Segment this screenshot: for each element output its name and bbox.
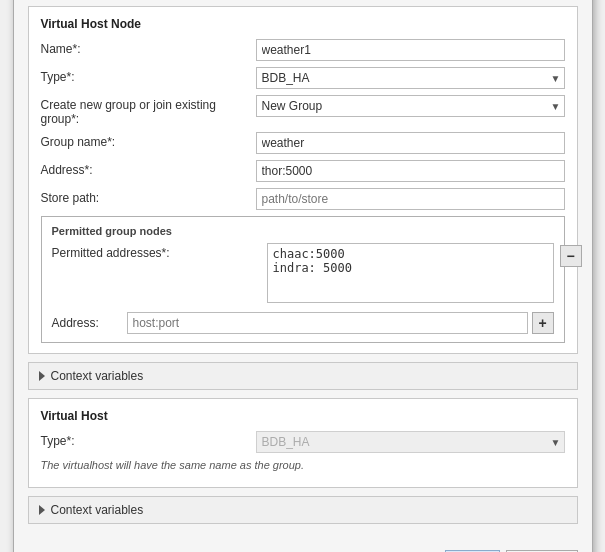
permitted-addresses-textarea[interactable]: chaac:5000 indra: 5000 <box>267 243 554 303</box>
virtual-host-section: Virtual Host Type*: BDB_HA ▼ The virtual… <box>28 398 578 488</box>
type-row: Type*: BDB_HA BDB Memory ▼ <box>41 67 565 89</box>
context-variables-1-expand-icon <box>39 371 45 381</box>
group-name-control <box>256 132 565 154</box>
group-name-label: Group name*: <box>41 132 256 149</box>
address-input[interactable] <box>256 160 565 182</box>
dialog-body: Virtual Host Node Name*: Type*: BDB_HA B… <box>14 0 592 542</box>
group-row: Create new group or join existing group*… <box>41 95 565 126</box>
permitted-addresses-row: Permitted addresses*: chaac:5000 indra: … <box>52 243 554 306</box>
permitted-group-nodes-title: Permitted group nodes <box>52 225 554 237</box>
store-path-control <box>256 188 565 210</box>
add-address-input-wrap <box>127 312 528 334</box>
virtual-host-node-section: Virtual Host Node Name*: Type*: BDB_HA B… <box>28 6 578 354</box>
add-address-button[interactable]: + <box>532 312 554 334</box>
name-row: Name*: <box>41 39 565 61</box>
type-label: Type*: <box>41 67 256 84</box>
address-label: Address*: <box>41 160 256 177</box>
dialog-footer: Add Cancel <box>14 542 592 552</box>
vh-note: The virtualhost will have the same name … <box>41 459 565 471</box>
type-control: BDB_HA BDB Memory ▼ <box>256 67 565 89</box>
type-select[interactable]: BDB_HA BDB Memory <box>256 67 565 89</box>
group-select-wrapper: New Group Join Existing Group ▼ <box>256 95 565 117</box>
context-variables-2-row[interactable]: Context variables <box>28 496 578 524</box>
store-path-label: Store path: <box>41 188 256 205</box>
group-label: Create new group or join existing group*… <box>41 95 256 126</box>
remove-address-button[interactable]: − <box>560 245 582 267</box>
name-label: Name*: <box>41 39 256 56</box>
group-select[interactable]: New Group Join Existing Group <box>256 95 565 117</box>
vh-section-title: Virtual Host <box>41 409 565 423</box>
context-variables-2-label: Context variables <box>51 503 144 517</box>
context-variables-2-expand-icon <box>39 505 45 515</box>
add-address-input[interactable] <box>127 312 528 334</box>
type-select-wrapper: BDB_HA BDB Memory ▼ <box>256 67 565 89</box>
permitted-group-nodes-section: Permitted group nodes Permitted addresse… <box>41 216 565 343</box>
dialog: Add × Virtual Host Node Name*: Type*: BD <box>13 0 593 552</box>
vh-type-select-wrapper: BDB_HA ▼ <box>256 431 565 453</box>
permitted-addresses-label: Permitted addresses*: <box>52 243 267 260</box>
store-path-row: Store path: <box>41 188 565 210</box>
vhn-section-title: Virtual Host Node <box>41 17 565 31</box>
context-variables-1-row[interactable]: Context variables <box>28 362 578 390</box>
store-path-input[interactable] <box>256 188 565 210</box>
permitted-addresses-wrapper: chaac:5000 indra: 5000 − <box>267 243 554 306</box>
vh-type-control: BDB_HA ▼ <box>256 431 565 453</box>
address-control <box>256 160 565 182</box>
vh-type-row: Type*: BDB_HA ▼ <box>41 431 565 453</box>
context-variables-1-label: Context variables <box>51 369 144 383</box>
group-name-input[interactable] <box>256 132 565 154</box>
add-address-label: Address: <box>52 316 127 330</box>
add-address-row: Address: + <box>52 312 554 334</box>
vh-type-label: Type*: <box>41 431 256 448</box>
vh-type-select: BDB_HA <box>256 431 565 453</box>
name-input[interactable] <box>256 39 565 61</box>
permitted-addresses-control: chaac:5000 indra: 5000 − <box>267 243 554 306</box>
address-row: Address*: <box>41 160 565 182</box>
group-control: New Group Join Existing Group ▼ <box>256 95 565 117</box>
name-control <box>256 39 565 61</box>
group-name-row: Group name*: <box>41 132 565 154</box>
